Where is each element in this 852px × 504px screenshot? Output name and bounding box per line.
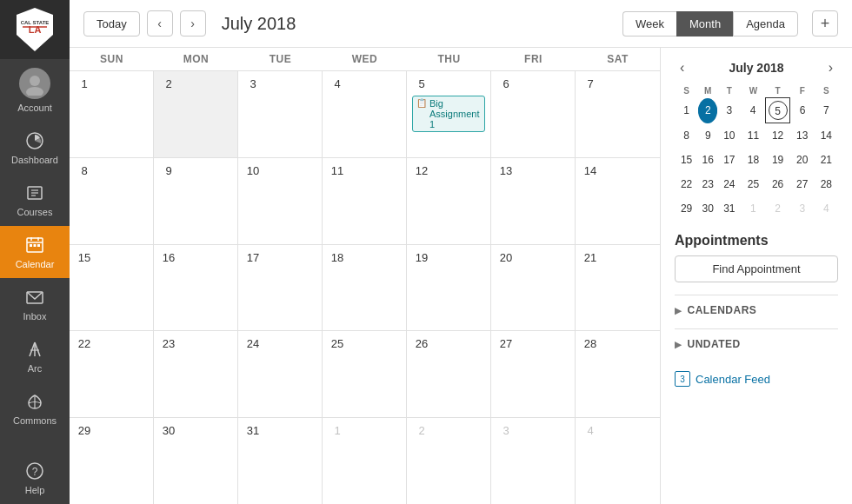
mini-cal-day[interactable]: 17 [717, 148, 741, 172]
mini-cal-day[interactable]: 13 [790, 123, 815, 149]
mini-prev-button[interactable]: ‹ [675, 58, 689, 77]
table-row[interactable]: 23 [154, 331, 238, 417]
table-row[interactable]: 10 [238, 158, 323, 244]
table-row[interactable]: 15 [70, 245, 154, 331]
mini-cal-day[interactable]: 20 [790, 148, 815, 172]
table-row[interactable]: 2 [154, 71, 238, 157]
sidebar-item-arc[interactable]: Arc [0, 330, 70, 382]
mini-cal-day[interactable]: 6 [790, 98, 815, 123]
prev-month-button[interactable]: ‹ [147, 10, 173, 36]
table-row[interactable]: 28 [576, 331, 660, 417]
table-row[interactable]: 2 [407, 418, 491, 504]
table-row[interactable]: 1 [70, 71, 154, 157]
sidebar-item-dashboard[interactable]: Dashboard [0, 122, 70, 174]
table-row[interactable]: 17 [238, 245, 323, 331]
table-row[interactable]: 18 [323, 245, 407, 331]
sidebar-item-inbox[interactable]: Inbox [0, 278, 70, 330]
table-row[interactable]: 30 [154, 418, 238, 504]
mini-cal-day[interactable]: 26 [765, 172, 789, 196]
table-row[interactable]: 26 [407, 331, 491, 417]
calendars-header[interactable]: ▶ CALENDARS [675, 304, 838, 316]
table-row[interactable]: 24 [238, 331, 323, 417]
table-row[interactable]: 9 [154, 158, 238, 244]
sidebar-item-commons[interactable]: Commons [0, 382, 70, 434]
dashboard-icon [24, 130, 45, 151]
week-view-button[interactable]: Week [622, 11, 676, 36]
mini-cal-day[interactable]: 9 [698, 123, 717, 149]
mini-cal-day-other[interactable]: 4 [815, 196, 838, 221]
today-button[interactable]: Today [83, 11, 140, 36]
agenda-view-button[interactable]: Agenda [733, 11, 798, 36]
table-row[interactable]: 12 [407, 158, 491, 244]
table-row[interactable]: 29 [70, 418, 154, 504]
sidebar-item-account-label: Account [17, 103, 52, 113]
mini-cal-day[interactable]: 7 [815, 98, 838, 123]
mini-cal-day[interactable]: 8 [675, 123, 698, 149]
table-row[interactable]: 7 [576, 71, 660, 157]
calendar-feed-link[interactable]: 3 Calendar Feed [675, 371, 838, 387]
table-row[interactable]: 3 [491, 418, 576, 504]
mini-cal-day[interactable]: 23 [698, 172, 717, 196]
table-row[interactable]: 19 [407, 245, 491, 331]
table-row[interactable]: 1 [323, 418, 407, 504]
mini-cal-day[interactable]: 31 [717, 196, 741, 221]
sidebar-item-help[interactable]: ? Help [0, 452, 70, 504]
calendar-area: SUN MON TUE WED THU FRI SAT 1 2 3 4 5 [70, 48, 852, 504]
table-row[interactable]: 31 [238, 418, 323, 504]
mini-cal-day[interactable]: 10 [717, 123, 741, 149]
table-row[interactable]: 20 [491, 245, 576, 331]
find-appointment-button[interactable]: Find Appointment [675, 255, 838, 282]
mini-cal-day[interactable]: 27 [790, 172, 815, 196]
mini-cal-day[interactable]: 25 [742, 172, 766, 196]
next-month-button[interactable]: › [180, 10, 206, 36]
mini-cal-day[interactable]: 16 [698, 148, 717, 172]
mini-cal-day[interactable]: 12 [765, 123, 789, 149]
event-block[interactable]: 📋 Big Assignment 1 [412, 96, 485, 132]
mini-cal-day-selected[interactable]: 5 [765, 98, 789, 123]
mini-cal-day[interactable]: 29 [675, 196, 698, 221]
sidebar-item-account[interactable]: Account [0, 59, 70, 122]
table-row[interactable]: 6 [491, 71, 576, 157]
mini-cal-day[interactable]: 4 [742, 98, 766, 123]
mini-cal-day[interactable]: 28 [815, 172, 838, 196]
table-row[interactable]: 27 [491, 331, 576, 417]
mini-cal-day[interactable]: 11 [742, 123, 766, 149]
table-row[interactable]: 5 📋 Big Assignment 1 [407, 71, 491, 157]
mini-cal-day[interactable]: 22 [675, 172, 698, 196]
table-row[interactable]: 13 [491, 158, 576, 244]
mini-cal-day[interactable]: 19 [765, 148, 789, 172]
mini-cal-day[interactable]: 18 [742, 148, 766, 172]
month-view-button[interactable]: Month [676, 11, 733, 36]
mini-cal-day[interactable]: 14 [815, 123, 838, 149]
mini-cal-day-other[interactable]: 2 [765, 196, 789, 221]
table-row[interactable]: 8 [70, 158, 154, 244]
sidebar: CAL STATE LA Account Dashboard Courses C… [0, 0, 70, 504]
right-sidebar: ‹ July 2018 › S M T W T F S [661, 48, 852, 504]
mini-cal-day[interactable]: 21 [815, 148, 838, 172]
table-row[interactable]: 11 [323, 158, 407, 244]
mini-cal-day[interactable]: 15 [675, 148, 698, 172]
sidebar-item-calendar[interactable]: Calendar [0, 226, 70, 278]
mini-cal-day-other[interactable]: 1 [742, 196, 766, 221]
table-row[interactable]: 4 [323, 71, 407, 157]
sidebar-item-courses[interactable]: Courses [0, 174, 70, 226]
table-row[interactable]: 21 [576, 245, 660, 331]
mini-cal-day[interactable]: 1 [675, 98, 698, 123]
mini-cal-day-other[interactable]: 3 [790, 196, 815, 221]
mini-cal-day[interactable]: 30 [698, 196, 717, 221]
add-event-button[interactable]: + [812, 10, 838, 36]
table-row[interactable]: 4 [576, 418, 660, 504]
sidebar-item-arc-label: Arc [28, 363, 43, 374]
day-headers: SUN MON TUE WED THU FRI SAT [70, 48, 660, 71]
mini-cal-day-today[interactable]: 2 [698, 98, 717, 123]
table-row[interactable]: 14 [576, 158, 660, 244]
table-row[interactable]: 25 [323, 331, 407, 417]
mini-cal-day[interactable]: 24 [717, 172, 741, 196]
appointments-title: Appointments [675, 233, 838, 249]
undated-header[interactable]: ▶ UNDATED [675, 338, 838, 350]
table-row[interactable]: 22 [70, 331, 154, 417]
mini-cal-day[interactable]: 3 [717, 98, 741, 123]
mini-next-button[interactable]: › [823, 58, 838, 77]
table-row[interactable]: 16 [154, 245, 238, 331]
table-row[interactable]: 3 [238, 71, 323, 157]
